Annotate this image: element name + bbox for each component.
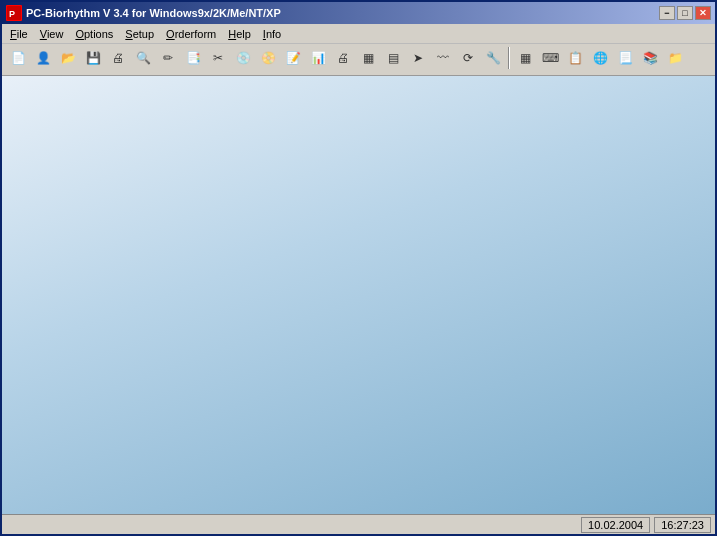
- toolbar-printprev-button[interactable]: 🖨: [106, 46, 130, 70]
- menu-view-label: View: [40, 28, 64, 40]
- text-icon: 📝: [283, 48, 303, 68]
- menu-setup[interactable]: Setup: [119, 26, 160, 42]
- cycle-icon: ⟳: [458, 48, 478, 68]
- toolbar-table2-button[interactable]: ▤: [381, 46, 405, 70]
- toolbar-copy-button[interactable]: 📑: [181, 46, 205, 70]
- toolbar-save-button[interactable]: 💾: [81, 46, 105, 70]
- maximize-button[interactable]: □: [677, 6, 693, 20]
- svg-text:P: P: [9, 9, 15, 19]
- menu-orderform[interactable]: Orderform: [160, 26, 222, 42]
- menu-bar: File View Options Setup Orderform Help I…: [2, 24, 715, 44]
- globe-icon: 🌐: [590, 48, 610, 68]
- menu-options[interactable]: Options: [69, 26, 119, 42]
- toolbar-globe-button[interactable]: 🌐: [588, 46, 612, 70]
- toolbar: 📄 👤 📂 💾 🖨 🔍 ✏ 📑 ✂ 💿 📀: [2, 44, 715, 76]
- toolbar-books-button[interactable]: 📚: [638, 46, 662, 70]
- toolbar-new-button[interactable]: 📄: [6, 46, 30, 70]
- table2-icon: ▤: [383, 48, 403, 68]
- title-buttons: − □ ✕: [659, 6, 711, 20]
- menu-view[interactable]: View: [34, 26, 70, 42]
- table1-icon: ▦: [358, 48, 378, 68]
- menu-info-label: Info: [263, 28, 281, 40]
- status-bar: 10.02.2004 16:27:23: [2, 514, 715, 534]
- toolbar-cycle-button[interactable]: ⟳: [456, 46, 480, 70]
- toolbar-card-button[interactable]: 📋: [563, 46, 587, 70]
- doc-icon: 📃: [615, 48, 635, 68]
- menu-help-label: Help: [228, 28, 251, 40]
- menu-setup-label: Setup: [125, 28, 154, 40]
- card-icon: 📋: [565, 48, 585, 68]
- app-icon: P: [6, 5, 22, 21]
- toolbar-separator: [508, 47, 510, 69]
- menu-info[interactable]: Info: [257, 26, 287, 42]
- toolbar-delete-button[interactable]: ✂: [206, 46, 230, 70]
- menu-file[interactable]: File: [4, 26, 34, 42]
- disk-icon: 💿: [233, 48, 253, 68]
- save-icon: 💾: [83, 48, 103, 68]
- edit-icon: ✏: [158, 48, 178, 68]
- toolbar-print2-button[interactable]: 🖨: [331, 46, 355, 70]
- menu-orderform-label: Orderform: [166, 28, 216, 40]
- wave-icon: 〰: [433, 48, 453, 68]
- toolbar-table1-button[interactable]: ▦: [356, 46, 380, 70]
- person-icon: 👤: [33, 48, 53, 68]
- menu-options-label: Options: [75, 28, 113, 40]
- floppy-icon: 📀: [258, 48, 278, 68]
- toolbar-doc-button[interactable]: 📃: [613, 46, 637, 70]
- open-icon: 📂: [58, 48, 78, 68]
- toolbar-floppy-button[interactable]: 📀: [256, 46, 280, 70]
- menu-help[interactable]: Help: [222, 26, 257, 42]
- window-title: PC-Biorhythm V 3.4 for Windows9x/2K/Me/N…: [26, 7, 281, 19]
- toolbar-calc-button[interactable]: ▦: [513, 46, 537, 70]
- calc-icon: ▦: [515, 48, 535, 68]
- copy-icon: 📑: [183, 48, 203, 68]
- tool1-icon: 🔧: [483, 48, 503, 68]
- toolbar-edit-button[interactable]: ✏: [156, 46, 180, 70]
- toolbar-disk-button[interactable]: 💿: [231, 46, 255, 70]
- toolbar-arrow-button[interactable]: ➤: [406, 46, 430, 70]
- chart-icon: 📊: [308, 48, 328, 68]
- books-icon: 📚: [640, 48, 660, 68]
- title-bar: P PC-Biorhythm V 3.4 for Windows9x/2K/Me…: [2, 2, 715, 24]
- main-window: P PC-Biorhythm V 3.4 for Windows9x/2K/Me…: [0, 0, 717, 536]
- toolbar-person-button[interactable]: 👤: [31, 46, 55, 70]
- new-icon: 📄: [8, 48, 28, 68]
- file2-icon: 📁: [665, 48, 685, 68]
- menu-file-label: File: [10, 28, 28, 40]
- main-content: [2, 76, 715, 514]
- title-bar-left: P PC-Biorhythm V 3.4 for Windows9x/2K/Me…: [6, 5, 281, 21]
- toolbar-open-button[interactable]: 📂: [56, 46, 80, 70]
- toolbar-find-button[interactable]: 🔍: [131, 46, 155, 70]
- print2-icon: 🖨: [333, 48, 353, 68]
- find-icon: 🔍: [133, 48, 153, 68]
- calc2-icon: ⌨: [540, 48, 560, 68]
- minimize-button[interactable]: −: [659, 6, 675, 20]
- arrow-icon: ➤: [408, 48, 428, 68]
- printprev-icon: 🖨: [108, 48, 128, 68]
- toolbar-text-button[interactable]: 📝: [281, 46, 305, 70]
- toolbar-file2-button[interactable]: 📁: [663, 46, 687, 70]
- toolbar-calc2-button[interactable]: ⌨: [538, 46, 562, 70]
- delete-icon: ✂: [208, 48, 228, 68]
- toolbar-tool1-button[interactable]: 🔧: [481, 46, 505, 70]
- status-date: 10.02.2004: [581, 517, 650, 533]
- toolbar-chart-button[interactable]: 📊: [306, 46, 330, 70]
- close-button[interactable]: ✕: [695, 6, 711, 20]
- status-time: 16:27:23: [654, 517, 711, 533]
- toolbar-wave-button[interactable]: 〰: [431, 46, 455, 70]
